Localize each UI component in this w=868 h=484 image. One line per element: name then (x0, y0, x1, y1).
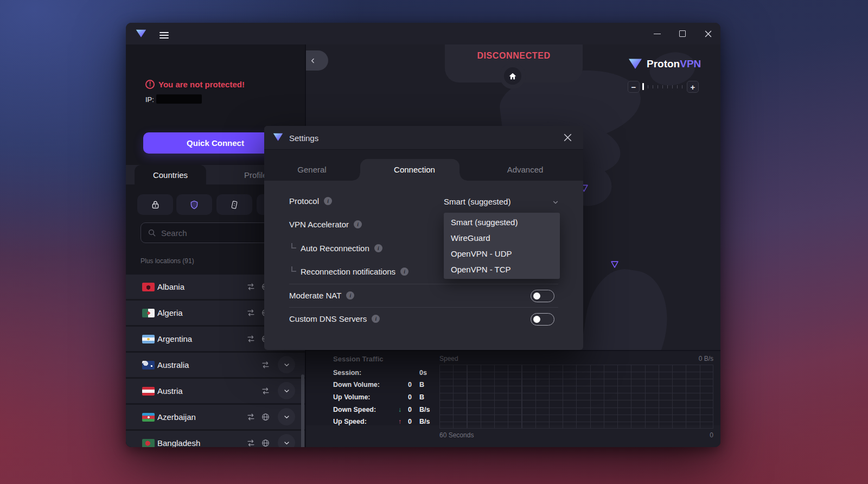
protocol-option-openvpn-tcp[interactable]: OpenVPN - TCP (444, 262, 560, 277)
p2p-swap-icon[interactable] (246, 413, 256, 421)
desktop: ! You are not protected! IP: Quick Conne… (0, 0, 868, 484)
info-icon[interactable]: i (346, 291, 354, 300)
protocol-option-wireguard[interactable]: WireGuard (444, 230, 560, 246)
sidebar-scrollbar[interactable] (301, 374, 304, 447)
tab-flare (353, 173, 360, 181)
traffic-unit: B/s (419, 418, 430, 425)
hamburger-menu-button[interactable] (159, 30, 169, 40)
p2p-swap-icon[interactable] (246, 439, 256, 447)
country-row-australia[interactable]: Australia (126, 353, 305, 377)
tor-ticket-filter-button[interactable] (216, 194, 252, 215)
traffic-value: 0 (393, 393, 412, 401)
country-row-austria[interactable]: Austria (126, 379, 305, 403)
info-icon[interactable]: i (354, 220, 362, 228)
p2p-swap-icon[interactable] (246, 335, 256, 343)
netshield-shield-filter-button[interactable] (176, 194, 212, 215)
azerbaijan-flag (142, 413, 155, 422)
expand-country-button[interactable] (278, 356, 295, 373)
protocol-label: Protocoli (289, 196, 332, 206)
albania-flag (142, 283, 155, 291)
sub-row-connector (291, 243, 296, 249)
chevron-down-icon[interactable] (552, 199, 559, 206)
speed-chart-min-label: 0 (668, 431, 713, 439)
tab-connection[interactable]: Connection (382, 165, 447, 174)
protonvpn-logo-icon (628, 58, 642, 71)
maximize-button[interactable] (674, 27, 691, 41)
minimize-button[interactable] (648, 27, 666, 41)
country-row-azerbaijan[interactable]: Azerbaijan (126, 405, 305, 429)
tab-countries[interactable]: Countries (135, 165, 206, 184)
traffic-label: Session: (333, 369, 361, 377)
collapse-sidebar-button[interactable] (306, 50, 328, 71)
plus-locations-label: Plus locations (91) (141, 257, 194, 265)
ip-label: IP: (145, 95, 154, 104)
country-name: Algeria (157, 308, 183, 317)
austria-flag (142, 387, 155, 396)
moderate-nat-toggle[interactable] (531, 290, 554, 302)
secure-core-lock-icon (150, 200, 161, 210)
tab-general[interactable]: General (279, 165, 344, 174)
globe-icon[interactable] (261, 412, 270, 422)
country-name: Austria (157, 386, 183, 396)
settings-title: Settings (289, 133, 318, 143)
info-icon[interactable]: i (374, 244, 382, 252)
protonvpn-logo-icon (273, 132, 283, 142)
info-icon[interactable]: i (324, 197, 332, 205)
netshield-shield-icon (189, 200, 199, 210)
expand-country-button[interactable] (278, 434, 295, 447)
traffic-label: Down Speed: (333, 406, 376, 413)
alert-icon: ! (145, 80, 155, 89)
traffic-unit: B/s (419, 406, 430, 413)
expand-country-button[interactable] (278, 408, 295, 425)
bangladesh-flag (142, 439, 155, 448)
tab-advanced[interactable]: Advanced (493, 165, 558, 174)
traffic-unit: B (419, 393, 424, 401)
custom-dns-toggle[interactable] (531, 313, 554, 326)
auto-reconnection-label: Auto Reconnectioni (301, 244, 382, 253)
chevron-down-icon (283, 361, 291, 369)
map-server-marker-icon[interactable] (610, 260, 619, 269)
close-button[interactable] (699, 27, 717, 41)
settings-close-icon[interactable] (564, 133, 572, 142)
session-traffic-title: Session Traffic (333, 355, 383, 363)
zoom-in-button[interactable]: + (687, 81, 699, 93)
search-input[interactable] (161, 228, 270, 238)
info-icon[interactable]: i (372, 315, 380, 323)
home-icon (509, 73, 516, 80)
traffic-value: 0 (393, 418, 412, 425)
australia-flag (142, 361, 155, 370)
map-home-button[interactable] (504, 67, 521, 85)
protocol-dropdown-panel: Smart (suggested)WireGuardOpenVPN - UDPO… (444, 213, 560, 279)
country-name: Argentina (157, 334, 192, 343)
not-protected-warning: You are not protected! (158, 80, 245, 89)
protocol-dropdown-value[interactable]: Smart (suggested) (444, 197, 510, 206)
brand-proton-text: Proton (647, 58, 680, 69)
protocol-option-smart-suggested[interactable]: Smart (suggested) (444, 214, 560, 230)
p2p-swap-icon[interactable] (246, 283, 256, 291)
traffic-label: Up Speed: (333, 418, 367, 425)
moderate-nat-label: Moderate NATi (289, 291, 354, 300)
protocol-option-openvpn-udp[interactable]: OpenVPN - UDP (444, 246, 560, 262)
country-name: Albania (157, 282, 184, 291)
chevron-left-icon (309, 57, 317, 65)
country-name: Bangladesh (157, 438, 200, 447)
p2p-swap-icon[interactable] (246, 309, 256, 317)
country-row-bangladesh[interactable]: Bangladesh (126, 431, 305, 447)
tab-flare (459, 173, 467, 181)
protonvpn-logo-icon (136, 29, 146, 39)
ip-redacted-value (156, 94, 202, 104)
globe-icon[interactable] (261, 438, 270, 447)
country-name: Azerbaijan (157, 412, 196, 422)
info-icon[interactable]: i (400, 268, 409, 276)
zoom-slider-track[interactable] (647, 81, 685, 93)
zoom-out-button[interactable]: − (628, 81, 640, 93)
p2p-swap-icon[interactable] (261, 387, 270, 395)
brand-logo: ProtonVPN (628, 58, 701, 71)
chevron-down-icon (283, 387, 291, 395)
p2p-swap-icon[interactable] (261, 361, 270, 369)
expand-country-button[interactable] (278, 382, 295, 399)
traffic-unit: B (419, 381, 424, 389)
traffic-label: Down Volume: (333, 381, 380, 389)
reconnection-notifications-label: Reconnection notificationsi (301, 267, 409, 276)
secure-core-lock-filter-button[interactable] (137, 194, 173, 215)
